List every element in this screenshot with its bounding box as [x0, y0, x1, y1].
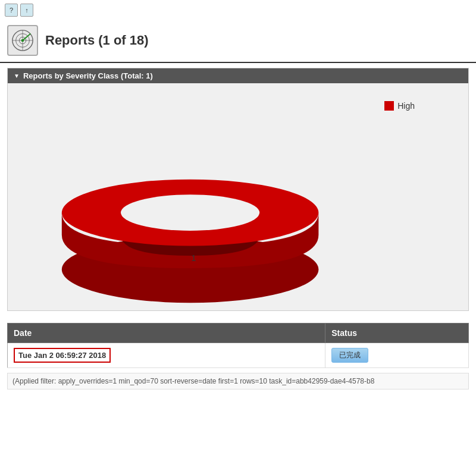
page-title: Reports (1 of 18): [45, 33, 149, 48]
help-icon: ?: [10, 7, 13, 14]
col-status: Status: [325, 323, 469, 343]
chart-container: 1 High: [14, 89, 462, 304]
legend-label-high: High: [397, 101, 415, 111]
legend-color-high: [384, 101, 394, 111]
upload-icon: ↑: [25, 7, 29, 14]
chart-body: 1 High: [8, 83, 468, 310]
svg-point-5: [21, 39, 24, 42]
topbar: ? ↑: [0, 0, 476, 20]
donut-chart: 1: [37, 89, 384, 304]
reports-icon: [7, 25, 38, 56]
filter-text: (Applied filter: apply_overrides=1 min_q…: [12, 377, 374, 385]
upload-button[interactable]: ↑: [20, 4, 33, 17]
table-header-row: Date Status: [8, 323, 469, 343]
chart-section: ▼ Reports by Severity Class (Total: 1): [7, 68, 469, 311]
col-date: Date: [8, 323, 325, 343]
reports-table: Date Status Tue Jan 2 06:59:27 2018 已完成: [7, 323, 469, 368]
chart-header: ▼ Reports by Severity Class (Total: 1): [8, 68, 468, 83]
date-cell: Tue Jan 2 06:59:27 2018: [8, 343, 325, 367]
svg-text:1: 1: [191, 253, 196, 263]
date-value[interactable]: Tue Jan 2 06:59:27 2018: [14, 348, 111, 363]
status-cell: 已完成: [325, 343, 469, 367]
data-table-section: Date Status Tue Jan 2 06:59:27 2018 已完成: [7, 323, 469, 368]
status-button[interactable]: 已完成: [331, 348, 368, 363]
help-button[interactable]: ?: [5, 4, 18, 17]
chart-title: Reports by Severity Class (Total: 1): [23, 71, 153, 80]
chart-legend: High: [384, 101, 415, 111]
collapse-icon[interactable]: ▼: [14, 73, 20, 79]
table-row: Tue Jan 2 06:59:27 2018 已完成: [8, 343, 469, 367]
svg-point-8: [121, 194, 259, 231]
filter-bar: (Applied filter: apply_overrides=1 min_q…: [7, 373, 469, 389]
page-header: Reports (1 of 18): [0, 20, 476, 63]
legend-item-high: High: [384, 101, 415, 111]
